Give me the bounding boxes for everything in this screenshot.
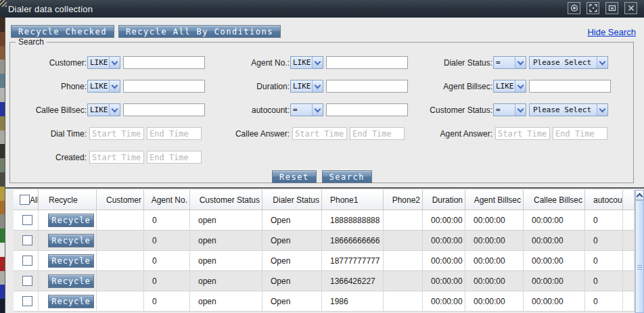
customer-input[interactable] <box>123 56 205 69</box>
field-label: Dial Time: <box>10 129 87 139</box>
cell-phone2 <box>384 210 423 230</box>
customer-status-value-select[interactable]: Please Select <box>529 103 608 116</box>
search-field-customer-status: Customer Status:=Please Select <box>416 103 619 116</box>
dial-time-end-time-input[interactable] <box>147 127 202 140</box>
operator-value: LIKE <box>90 105 108 114</box>
cell-customer_status: open <box>190 291 262 311</box>
recycle-row-button[interactable]: Recycle <box>48 254 94 268</box>
row-checkbox[interactable] <box>22 296 32 306</box>
callee-billsec-input[interactable] <box>123 103 205 116</box>
customer-status-operator-select[interactable]: = <box>493 103 526 116</box>
search-panel-legend: Search <box>16 37 47 47</box>
cell-phone1: 18777777777 <box>322 251 384 270</box>
phone-input[interactable] <box>123 80 205 93</box>
created-start-time-input[interactable] <box>89 151 144 164</box>
operator-value: LIKE <box>90 58 108 67</box>
recycle-row-button[interactable]: Recycle <box>48 295 94 308</box>
search-field-customer: Customer:LIKE <box>10 56 213 69</box>
dial-time-start-time-input[interactable] <box>89 127 144 140</box>
recycle-checked-button[interactable]: Recycle Checked <box>11 25 114 38</box>
search-field-callee-answer: Callee Answer: <box>213 127 416 140</box>
row-checkbox[interactable] <box>22 215 32 225</box>
operator-value: = <box>496 58 501 67</box>
background-strip-segment <box>0 74 5 88</box>
column-header-all: All <box>14 190 39 210</box>
window-resize-grip[interactable] <box>0 0 7 7</box>
callee-billsec-operator-select[interactable]: LIKE <box>87 103 120 116</box>
search-field-phone: Phone:LIKE <box>10 80 213 93</box>
row-checkbox[interactable] <box>22 256 32 266</box>
recycle-all-by-conditions-button[interactable]: Recycle All By Conditions <box>118 25 281 38</box>
cell-autocount: 0 <box>585 251 623 270</box>
duration-input[interactable] <box>326 80 408 93</box>
created-end-time-input[interactable] <box>147 151 202 164</box>
search-field-dial-time: Dial Time: <box>10 127 213 140</box>
close-icon[interactable] <box>624 2 637 14</box>
maximize-icon[interactable] <box>586 2 599 14</box>
recycle-row-button[interactable]: Recycle <box>48 214 94 227</box>
restore-icon[interactable] <box>605 2 618 14</box>
window-controls <box>568 2 637 14</box>
recycle-row-button[interactable]: Recycle <box>48 234 94 247</box>
field-label: Customer Status: <box>416 105 492 115</box>
agent-no-operator-select[interactable]: LIKE <box>290 56 323 69</box>
customer-operator-select[interactable]: LIKE <box>87 56 120 69</box>
hide-search-link[interactable]: Hide Search <box>587 27 636 37</box>
background-strip-segment <box>0 18 5 32</box>
column-header-callee-billsec: Callee Billsec <box>524 190 585 210</box>
recycle-row-button[interactable]: Recycle <box>48 274 94 288</box>
cell-duration: 00:00:00 <box>423 210 465 230</box>
scrollbar-thumb[interactable] <box>635 200 644 313</box>
row-checkbox[interactable] <box>22 235 32 245</box>
row-checkbox-cell <box>14 291 39 311</box>
agent-no-input[interactable] <box>326 56 408 69</box>
scrollbar-grip-icon <box>637 265 642 271</box>
record-icon[interactable] <box>568 2 580 14</box>
cell-agent_billsec: 00:00:00 <box>465 271 524 291</box>
background-strip-segment <box>0 201 5 215</box>
agent-billsec-input[interactable] <box>529 80 611 93</box>
phone-operator-select[interactable]: LIKE <box>87 80 120 93</box>
field-label: Callee Billsec: <box>10 105 87 115</box>
background-strip-segment <box>0 102 5 116</box>
chevron-down-icon <box>312 104 323 116</box>
select-value: Please Select <box>533 58 591 67</box>
row-checkbox-cell <box>14 271 39 291</box>
autocount-input[interactable] <box>326 103 408 116</box>
cell-phone1: 1366426227 <box>322 271 384 291</box>
table-scrollbar[interactable] <box>635 190 644 313</box>
background-strip <box>0 18 5 313</box>
background-strip-segment <box>0 116 5 130</box>
duration-operator-select[interactable]: LIKE <box>290 80 323 93</box>
search-form-row: Dial Time:Callee Answer:Agent Answer: <box>10 122 633 145</box>
cell-callee_billsec: 00:00:00 <box>524 210 585 230</box>
row-checkbox[interactable] <box>22 276 32 286</box>
cell-agent_billsec: 00:00:00 <box>465 291 524 311</box>
select-all-checkbox[interactable] <box>20 195 30 205</box>
agent-answer-start-time-input[interactable] <box>495 127 550 140</box>
cell-customer <box>97 210 144 230</box>
dialer-status-value-select[interactable]: Please Select <box>529 56 608 69</box>
search-button[interactable]: Search <box>322 170 372 183</box>
dialer-status-operator-select[interactable]: = <box>493 56 526 69</box>
reset-button[interactable]: Reset <box>272 170 317 183</box>
scroll-up-arrow-icon[interactable] <box>635 190 644 200</box>
dialer-data-collection-window: Dialer data collection <box>0 0 644 313</box>
cell-autocount: 0 <box>585 231 623 250</box>
cell-customer_status: open <box>190 271 262 291</box>
cell-customer_status: open <box>190 231 262 250</box>
table-row: Recycle0openOpen1877777777700:00:0000:00… <box>14 251 635 271</box>
recycle-cell: Recycle <box>39 210 97 230</box>
cell-customer <box>97 251 144 270</box>
cell-spacer <box>623 231 635 250</box>
toolbar: Recycle Checked Recycle All By Condition… <box>11 25 281 38</box>
callee-answer-start-time-input[interactable] <box>292 127 347 140</box>
autocount-operator-select[interactable]: = <box>290 103 323 116</box>
select-value: Please Select <box>533 105 591 114</box>
chevron-down-icon <box>515 104 526 116</box>
callee-answer-end-time-input[interactable] <box>350 127 405 140</box>
agent-answer-end-time-input[interactable] <box>553 127 607 140</box>
background-strip-segment <box>0 299 5 313</box>
agent-billsec-operator-select[interactable]: LIKE <box>493 80 526 93</box>
column-header-phone2: Phone2 <box>384 190 423 210</box>
